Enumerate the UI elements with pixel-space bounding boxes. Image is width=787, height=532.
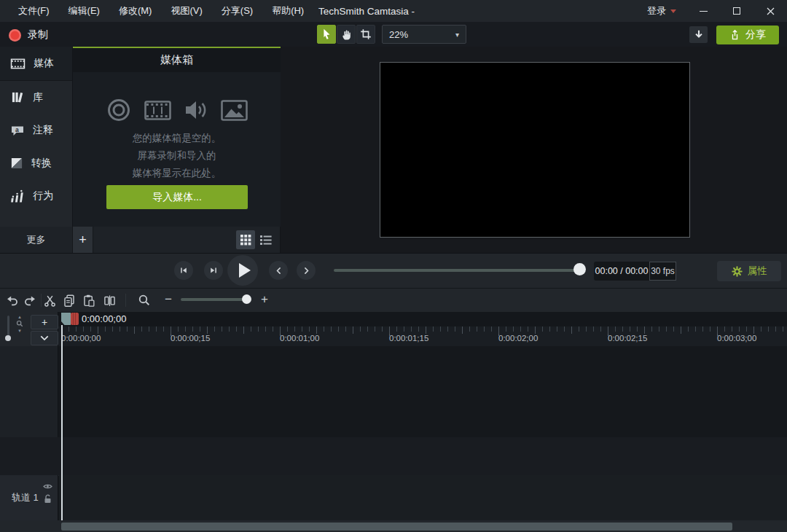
timeline-zoom-in-button[interactable]: + xyxy=(257,291,272,308)
next-button[interactable] xyxy=(297,261,316,280)
login-menu[interactable]: 登录 xyxy=(637,0,686,22)
scrubber-knob[interactable] xyxy=(573,263,586,275)
scrubber-track[interactable] xyxy=(334,269,583,272)
cursor-tool-button[interactable] xyxy=(317,25,336,44)
timeline-zoom-out-button[interactable]: − xyxy=(161,291,176,308)
undo-button[interactable] xyxy=(3,292,20,309)
pan-tool-button[interactable] xyxy=(337,25,356,44)
copy-button[interactable] xyxy=(60,292,78,309)
zoom-dropdown[interactable]: 22% ▾ xyxy=(382,25,466,44)
menu-view[interactable]: 视图(V) xyxy=(161,0,211,22)
crop-icon xyxy=(360,28,372,40)
transitions-icon xyxy=(10,157,23,169)
playhead-end-marker[interactable] xyxy=(71,313,79,325)
add-tab-button[interactable]: + xyxy=(73,227,93,253)
grid-view-button[interactable] xyxy=(236,230,255,249)
track-visibility-icon[interactable] xyxy=(43,483,52,490)
maximize-icon xyxy=(733,7,740,15)
list-view-button[interactable] xyxy=(257,230,275,249)
menu-edit[interactable]: 编辑(E) xyxy=(59,0,109,22)
sidebar: 媒体 库 a 注释 转换 xyxy=(0,47,73,227)
panel-footer: 更多 + xyxy=(0,227,281,253)
image-icon xyxy=(221,100,248,121)
grid-view-icon xyxy=(240,235,251,246)
menu-modify[interactable]: 修改(M) xyxy=(109,0,162,22)
zoom-caret-icon: ▾ xyxy=(455,31,459,39)
video-preview[interactable] xyxy=(380,62,690,238)
playhead-line[interactable] xyxy=(61,325,63,520)
canvas-tools xyxy=(317,25,375,44)
chevron-right-icon xyxy=(302,266,311,275)
track-height-slider[interactable] xyxy=(7,316,9,337)
canvas-area xyxy=(281,47,787,253)
fps-display[interactable]: 30 fps xyxy=(649,262,676,281)
timeline-zoom-knob[interactable] xyxy=(242,294,251,304)
cut-button[interactable] xyxy=(41,292,58,309)
recording-icon xyxy=(106,98,131,122)
annotations-icon: a xyxy=(10,125,25,136)
track-height-knob[interactable] xyxy=(5,335,11,341)
export-local-button[interactable] xyxy=(689,26,708,43)
share-button[interactable]: 分享 xyxy=(716,26,779,44)
crop-tool-button[interactable] xyxy=(356,25,375,44)
sidebar-item-behaviors[interactable]: 行为 xyxy=(0,179,72,212)
sidebar-item-label: 转换 xyxy=(31,157,52,170)
audio-icon xyxy=(184,99,208,121)
zoom-out-small-icon: ▾ xyxy=(18,328,21,333)
scissors-icon xyxy=(44,294,56,308)
minimize-button[interactable] xyxy=(686,0,720,22)
step-forward-button[interactable] xyxy=(204,261,223,280)
timeline-toolbar: − + xyxy=(0,289,787,312)
media-bin-panel: 媒体箱 您的 xyxy=(73,47,281,227)
login-label: 登录 xyxy=(647,4,666,17)
sidebar-item-library[interactable]: 库 xyxy=(0,81,72,114)
ruler-label: 0:00:00;15 xyxy=(171,334,210,343)
import-media-button[interactable]: 导入媒体... xyxy=(106,185,248,209)
chevron-left-icon xyxy=(274,266,283,275)
track-1-label: 轨道 1 xyxy=(12,491,39,504)
step-back-button[interactable] xyxy=(174,261,193,280)
paste-button[interactable] xyxy=(80,292,98,309)
empty-track-space[interactable] xyxy=(0,437,787,475)
timeline-scrollbar-thumb[interactable] xyxy=(61,523,732,531)
sidebar-item-annotations[interactable]: a 注释 xyxy=(0,114,72,146)
timeline-zoom-slider[interactable] xyxy=(181,298,251,301)
maximize-button[interactable] xyxy=(720,0,753,22)
menu-share[interactable]: 分享(S) xyxy=(212,0,262,22)
close-button[interactable] xyxy=(753,0,787,22)
ruler-label: 0:00:02;15 xyxy=(608,334,647,343)
ruler-label: 0:00:01;00 xyxy=(280,334,319,343)
track-lock-icon[interactable] xyxy=(44,494,52,504)
zoom-in-small-icon: ▴ xyxy=(18,314,21,319)
sidebar-more-button[interactable]: 更多 xyxy=(0,227,73,253)
hand-icon xyxy=(340,28,353,41)
vertical-zoom-widget[interactable]: ▴ ▾ xyxy=(15,314,25,333)
track-1-lane[interactable] xyxy=(59,475,787,520)
sidebar-item-transitions[interactable]: 转换 xyxy=(0,146,72,179)
camtasia-window: 文件(F) 编辑(E) 修改(M) 视图(V) 分享(S) 帮助(H) Tech… xyxy=(0,0,787,532)
sidebar-item-label: 媒体 xyxy=(34,57,54,70)
magnifier-small-icon xyxy=(16,320,23,327)
play-button[interactable] xyxy=(227,255,258,286)
split-button[interactable] xyxy=(101,292,118,309)
login-caret-icon xyxy=(670,9,676,13)
magnifier-icon xyxy=(138,294,151,307)
close-icon xyxy=(767,7,775,15)
zoom-value: 22% xyxy=(389,29,408,40)
menu-file[interactable]: 文件(F) xyxy=(9,0,59,22)
sidebar-item-media[interactable]: 媒体 xyxy=(0,47,72,81)
chevron-down-icon xyxy=(40,335,49,341)
timeline-tracks[interactable]: 轨道 1 xyxy=(0,346,787,520)
record-button[interactable]: 录制 xyxy=(9,27,48,43)
properties-button[interactable]: 属性 xyxy=(717,261,781,281)
view-toggles xyxy=(236,227,280,253)
media-bin-title: 媒体箱 xyxy=(73,48,281,72)
collapse-tracks-button[interactable] xyxy=(31,331,58,345)
menu-help[interactable]: 帮助(H) xyxy=(262,0,313,22)
toolbar-separator xyxy=(125,294,126,307)
add-track-button[interactable]: + xyxy=(31,315,58,329)
playhead-row xyxy=(58,312,787,326)
redo-button[interactable] xyxy=(21,292,39,309)
library-icon xyxy=(10,91,25,103)
previous-button[interactable] xyxy=(269,261,288,280)
